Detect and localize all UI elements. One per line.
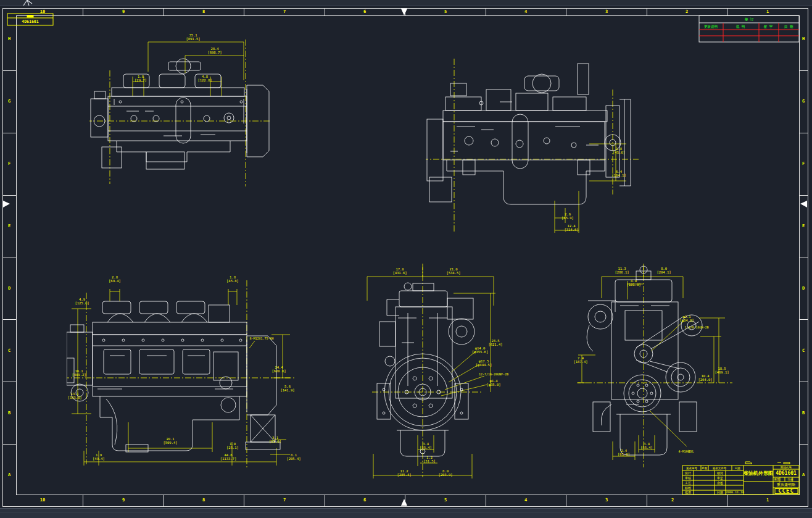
tb-row-approve2: 审定 [717, 476, 723, 480]
ruler-right: E [802, 223, 805, 228]
ruler-right: F [802, 161, 805, 166]
tb-row-audit: 审核 [685, 476, 691, 480]
ruler-bottom: 10 [40, 498, 45, 503]
tb-row-std: 标检 [685, 486, 691, 490]
dim-label: 2.4 [61.0] [618, 449, 630, 456]
dim-label: 6.4 [164.1] [611, 170, 626, 177]
ruler-bottom: 6 [363, 498, 366, 503]
dim-label: 3.4 [85.4] [420, 442, 432, 449]
ruler-bottom: 5 [444, 498, 447, 503]
tb-company-line: 重庆康明斯 [777, 482, 795, 488]
dimension-lines [133, 42, 244, 96]
dim-label: 24.5 [621.4] [488, 339, 502, 346]
dim-label: 10.4 [264.0] [698, 374, 712, 382]
dim-label: 2.6 [65.9] [561, 212, 574, 220]
ruler-right: B [802, 411, 805, 416]
ruler-top: 6 [363, 9, 366, 14]
dim-label: 3.4 [85.4] [640, 442, 653, 449]
cad-app-window: { "frame": { "corner_label": "4D61601", … [0, 0, 812, 518]
dim-label: 4.9 [125.0] [75, 298, 89, 305]
ruler-left: H [8, 36, 10, 41]
dim-label: φ14.0 [φ355.6] [472, 346, 489, 354]
dim-label: 1.0 [25.1] [226, 442, 239, 449]
tb-row-check: 校对 [717, 471, 723, 475]
revision-col-change: 更改说明 [704, 25, 718, 29]
engine-outline [587, 266, 702, 455]
revision-table-title: 修 订 [745, 17, 753, 22]
dim-label: 11.2 [285.4] [397, 469, 411, 477]
tb-row-approve: 批准 [685, 490, 691, 494]
engine-outline [91, 59, 269, 169]
thread-callout: 8-M12X1.75-6H [249, 336, 273, 340]
ruler-top: 9 [122, 9, 125, 14]
dimension-lines [578, 267, 725, 460]
dim-label: 8.0 [204.1] [657, 267, 671, 274]
ruler-top: 8 [202, 9, 205, 14]
dim-label: 8.1 [205.4] [286, 453, 300, 461]
tb-row-date-label: 日期 [717, 490, 723, 494]
ruler-bottom: 2 [671, 498, 674, 503]
ruler-top: 2 [686, 9, 688, 14]
dim-label: 4.0 [101.0] [626, 279, 640, 286]
dim-label: φ17.5 [φ444.5] [476, 359, 492, 367]
ruler-right: C [802, 348, 805, 353]
tb-drawing-number: 4D61601 [776, 470, 797, 476]
revision-col-sign: 签 字 [764, 25, 773, 29]
dim-label: 21.0 [534.5] [446, 267, 460, 275]
dimension-lines [72, 289, 290, 466]
dim-label: 7.4 [187.4] [573, 356, 587, 364]
ruler-left: D [8, 286, 10, 291]
dim-label: 13.1 [333.8] [67, 392, 81, 399]
ruler-top: 1 [766, 9, 769, 14]
centerlines [426, 59, 639, 232]
dim-label: 28.4 [698.7] [207, 47, 222, 54]
dim-label: 20.1 [509.4] [163, 437, 177, 445]
dim-label: 12.4 [314.6] [564, 224, 578, 232]
ruler-bottom: 7 [283, 498, 286, 503]
revision-col-date: 日 期 [784, 25, 793, 29]
tb-row-process: 工艺 [685, 481, 691, 485]
dim-label: 1.8 [45.6] [613, 147, 625, 154]
tb-row-countersign: 会签 [717, 481, 723, 485]
view-accessory-end [577, 262, 734, 469]
ruler-bottom: 8 [202, 498, 205, 503]
ruler-left: C [8, 348, 10, 353]
ruler-top: 4 [524, 9, 527, 14]
dim-label: 16.1 [409.2] [72, 369, 86, 377]
revision-col-note: 说 明 [736, 25, 745, 29]
ruler-top: 3 [605, 9, 608, 14]
view-left-side-bottom [67, 265, 295, 475]
tb-number-label: 图样代号 [781, 466, 792, 469]
thread-callout: 4-M10螺孔 [678, 449, 694, 453]
dim-label: 1.8 [29.7] [135, 75, 147, 82]
dim-label: 17.0 [431.6] [392, 267, 407, 275]
engine-outline [427, 64, 631, 204]
engine-outline [67, 301, 280, 452]
dim-label: 1.2 [31.5] [423, 456, 436, 463]
dim-label: 24.4 [620.6] [271, 366, 286, 373]
ruler-bottom: 4 [524, 498, 527, 503]
ruler-top: 10 [40, 9, 45, 14]
dim-label: 2.8 [69.4] [109, 275, 121, 283]
thread-callout: 12-7/16-20UNF-2B [479, 372, 508, 376]
ruler-top: 7 [283, 9, 286, 14]
tb-row-design: 设计 [685, 471, 691, 475]
dim-label: 1.8 [45.8] [226, 275, 239, 283]
engine-outline [377, 283, 474, 456]
ruler-left: G [8, 99, 10, 104]
view-left-side-top [89, 37, 271, 191]
tb-drawing-title: 柴油机外形图 [744, 470, 773, 477]
ruler-left: F [8, 161, 10, 166]
ruler-bottom: 1 [766, 498, 769, 503]
ruler-bottom: 9 [122, 498, 125, 503]
dim-label: 3.1 [81.0] [269, 436, 281, 443]
tb-company: CCEC [778, 488, 794, 494]
ruler-right: H [802, 36, 805, 41]
dim-label: 11.3 [286.1] [615, 267, 629, 274]
dim-label: 5.6 [141.9] [280, 385, 294, 392]
ruler-top: 5 [444, 9, 447, 14]
dim-label: 4.8 [122.8] [197, 75, 212, 82]
tb-scale-label: 比例 [788, 478, 793, 481]
dim-label: φ2.1 [φ54.0] [679, 315, 694, 322]
ruler-bottom: 3 [605, 498, 608, 503]
